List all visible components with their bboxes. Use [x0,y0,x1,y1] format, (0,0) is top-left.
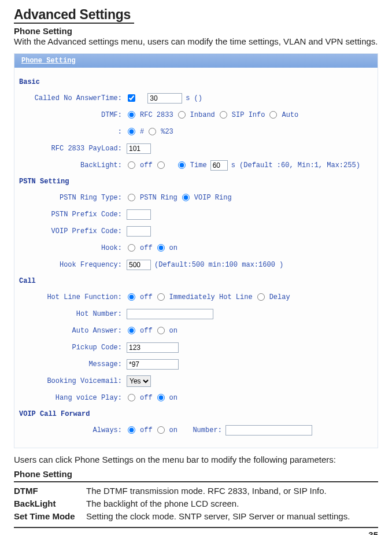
radio-hotline-off[interactable] [128,293,135,301]
input-pstn-prefix[interactable] [127,209,151,220]
suffix-no-answer: s () [186,94,202,102]
input-voip-prefix[interactable] [127,226,151,237]
radio-dtmf-rfc[interactable] [128,111,135,119]
radio-hash-label: # [140,128,144,136]
radio-hotline-delay-label: Delay [269,293,290,301]
def-row: BackLight The backlight of the phone LCD… [14,499,378,508]
radio-backlight-off[interactable] [128,161,135,169]
radio-always-on-label: on [169,426,177,434]
radio-hang-on-label: on [169,394,177,402]
row-voicemail: Booking Voicemail: Yes [19,374,373,389]
intro-text: With the Advanced settings menu, users c… [14,36,378,47]
row-always: Always: off on Number: [19,423,373,438]
input-hook-freq[interactable] [127,260,151,270]
row-hot-number: Hot Number: [19,307,373,322]
radio-dtmf-inband-label: Inband [190,111,215,119]
label-backlight: BackLight: [19,161,127,169]
label-hook-freq: Hook Frequency: [19,261,127,269]
radio-backlight-time[interactable] [178,161,186,169]
row-pickup: Pickup Code: [19,340,373,355]
input-pickup[interactable] [127,342,179,353]
radio-voip-ring[interactable] [182,194,190,201]
page-title: Advanced Settings [14,7,134,24]
radio-always-on[interactable] [157,426,165,434]
radio-pstn-ring[interactable] [128,194,135,201]
section-pstn: PSTN Setting [19,178,373,186]
radio-hook-off-label: off [140,244,153,252]
label-auto-answer: Auto Answer: [19,327,127,335]
input-backlight[interactable] [210,160,228,171]
radio-hang-on[interactable] [157,394,165,401]
radio-hash[interactable] [128,128,135,135]
label-message: Message: [19,360,127,368]
section-basic: Basic [19,78,373,86]
input-always-number[interactable] [225,425,312,436]
section-call: Call [19,277,373,285]
def-desc: Setting the clock mode. SNTP server, SIP… [86,511,378,521]
radio-backlight-blank[interactable] [157,161,165,169]
radio-hotline-delay[interactable] [257,293,265,301]
def-term: BackLight [14,499,86,508]
label-hot-number: Hot Number: [19,310,127,318]
radio-backlight-time-label: Time [190,161,207,169]
radio-auto-off-label: off [140,327,153,335]
label-hook: Hook: [19,244,127,252]
def-desc: The backlight of the phone LCD screen. [86,499,378,508]
radio-auto-on[interactable] [157,327,165,334]
radio-always-off[interactable] [128,426,135,434]
radio-auto-on-label: on [169,327,177,335]
section-subtitle: Phone Setting [14,26,378,36]
label-pstn-prefix: PSTN Prefix Code: [19,211,127,219]
label-ring-type: PSTN Ring Type: [19,194,127,202]
label-always-number: Number: [193,426,221,434]
radio-pct-label: %23 [161,128,173,136]
def-term: Set Time Mode [14,511,86,521]
def-row: Set Time Mode Setting the clock mode. SN… [14,511,378,521]
row-message: Message: [19,357,373,372]
row-hook-freq: Hook Frequency: (Default:500 min:100 max… [19,257,373,272]
page-number: 35 [14,527,378,535]
row-dtmf: DTMF: RFC 2833 Inband SIP Info Auto [19,108,373,123]
row-hang: Hang voice Play: off on [19,390,373,405]
radio-hotline-imm[interactable] [157,293,165,301]
phone-setting-panel: Phone Setting Basic Called No AnswerTime… [14,53,378,448]
label-payload: RFC 2833 PayLoad: [19,145,127,153]
row-hot-line: Hot Line Function: off Immediately Hot L… [19,290,373,305]
radio-hook-on[interactable] [157,244,165,252]
radio-hook-on-label: on [169,244,177,252]
label-hash: : [19,128,127,136]
label-hang: Hang voice Play: [19,394,127,402]
input-message[interactable] [127,359,179,370]
row-no-answer: Called No AnswerTime: s () [19,91,373,106]
radio-pstn-ring-label: PSTN Ring [140,194,177,202]
below-caption: Users can click Phone Settings on the me… [14,454,378,466]
radio-dtmf-auto[interactable] [269,111,277,119]
label-always: Always: [19,426,127,434]
radio-hook-off[interactable] [128,244,135,252]
row-voip-prefix: VOIP Prefix Code: [19,224,373,239]
radio-dtmf-auto-label: Auto [282,111,298,119]
label-pickup: Pickup Code: [19,344,127,352]
radio-always-off-label: off [140,426,153,434]
radio-dtmf-sip-label: SIP Info [232,111,265,119]
radio-hang-off[interactable] [128,394,135,401]
radio-dtmf-rfc-label: RFC 2833 [140,111,173,119]
radio-pct[interactable] [149,128,156,135]
radio-hang-off-label: off [140,394,153,402]
def-row: DTMF The DTMF transmission mode. RFC 283… [14,486,378,496]
row-auto-answer: Auto Answer: off on [19,323,373,338]
input-no-answer[interactable] [147,93,182,104]
radio-dtmf-inband[interactable] [178,111,186,119]
input-hot-number[interactable] [127,309,213,319]
radio-auto-off[interactable] [128,327,135,334]
row-ring-type: PSTN Ring Type: PSTN Ring VOIP Ring [19,190,373,205]
definition-table: DTMF The DTMF transmission mode. RFC 283… [14,481,378,521]
select-voicemail[interactable]: Yes [127,375,151,387]
suffix-backlight: s (Default :60, Min:1, Max:255) [231,161,360,169]
checkbox-no-answer[interactable] [128,94,135,102]
label-voicemail: Booking Voicemail: [19,377,127,385]
radio-dtmf-sip[interactable] [220,111,227,119]
input-payload[interactable] [127,143,151,154]
row-payload: RFC 2833 PayLoad: [19,141,373,156]
radio-backlight-off-label: off [140,161,153,169]
